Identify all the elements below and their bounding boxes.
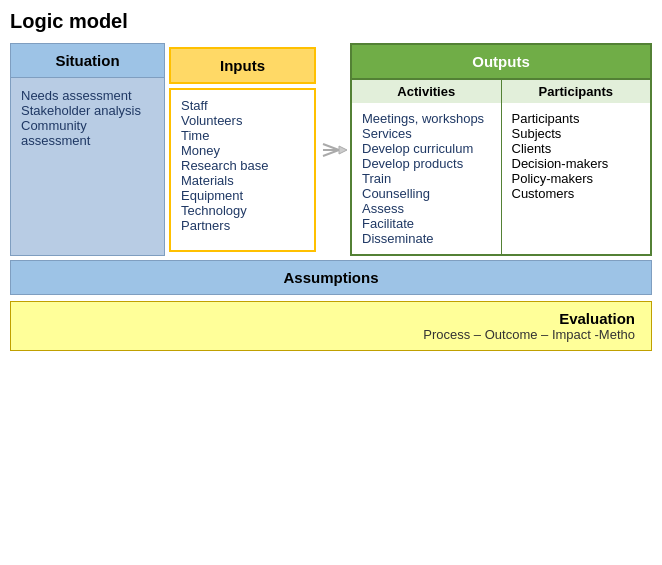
participant-item: Subjects (512, 126, 641, 141)
inputs-header: Inputs (169, 47, 316, 84)
inputs-item: Time (181, 128, 304, 143)
evaluation-title: Evaluation (27, 310, 635, 327)
participant-item: Policy-makers (512, 171, 641, 186)
situation-item: Community assessment (21, 118, 154, 148)
inputs-item: Materials (181, 173, 304, 188)
outputs-header: Outputs (350, 43, 652, 80)
inputs-item: Technology (181, 203, 304, 218)
outputs-body: Meetings, workshopsServicesDevelop curri… (350, 103, 652, 256)
evaluation-row: Evaluation Process – Outcome – Impact -M… (10, 301, 652, 351)
arrow-icon (321, 136, 349, 164)
activity-item: Develop products (362, 156, 491, 171)
participant-item: Customers (512, 186, 641, 201)
activity-item: Meetings, workshops (362, 111, 491, 126)
arrow-divider (320, 43, 350, 256)
inputs-column: Inputs StaffVolunteersTimeMoneyResearch … (165, 43, 320, 256)
activity-item: Counselling (362, 186, 491, 201)
participant-item: Decision-makers (512, 156, 641, 171)
activity-item: Train (362, 171, 491, 186)
page-title: Logic model (10, 10, 652, 33)
activity-item: Disseminate (362, 231, 491, 246)
activities-body: Meetings, workshopsServicesDevelop curri… (352, 103, 502, 254)
activity-item: Facilitate (362, 216, 491, 231)
inputs-item: Partners (181, 218, 304, 233)
evaluation-subtitle: Process – Outcome – Impact -Metho (27, 327, 635, 342)
situation-item: Needs assessment (21, 88, 154, 103)
participant-item: Clients (512, 141, 641, 156)
assumptions-row: Assumptions (10, 260, 652, 295)
participants-body: ParticipantsSubjectsClientsDecision-make… (502, 103, 651, 254)
situation-column: Situation Needs assessmentStakeholder an… (10, 43, 165, 256)
inputs-item: Staff (181, 98, 304, 113)
inputs-item: Equipment (181, 188, 304, 203)
outputs-column: Outputs Activities Participants Meetings… (350, 43, 652, 256)
top-section: Situation Needs assessmentStakeholder an… (10, 43, 652, 256)
inputs-item: Money (181, 143, 304, 158)
participants-label: Participants (502, 80, 651, 103)
situation-item: Stakeholder analysis (21, 103, 154, 118)
activity-item: Services (362, 126, 491, 141)
svg-marker-1 (339, 146, 347, 154)
inputs-body: StaffVolunteersTimeMoneyResearch baseMat… (169, 88, 316, 252)
situation-header: Situation (11, 44, 164, 78)
participant-item: Participants (512, 111, 641, 126)
logic-model-diagram: Logic model Situation Needs assessmentSt… (10, 10, 652, 351)
activity-item: Assess (362, 201, 491, 216)
inputs-item: Research base (181, 158, 304, 173)
situation-body: Needs assessmentStakeholder analysisComm… (11, 78, 164, 255)
activity-item: Develop curriculum (362, 141, 491, 156)
outputs-subheader: Activities Participants (350, 80, 652, 103)
activities-label: Activities (352, 80, 502, 103)
inputs-item: Volunteers (181, 113, 304, 128)
